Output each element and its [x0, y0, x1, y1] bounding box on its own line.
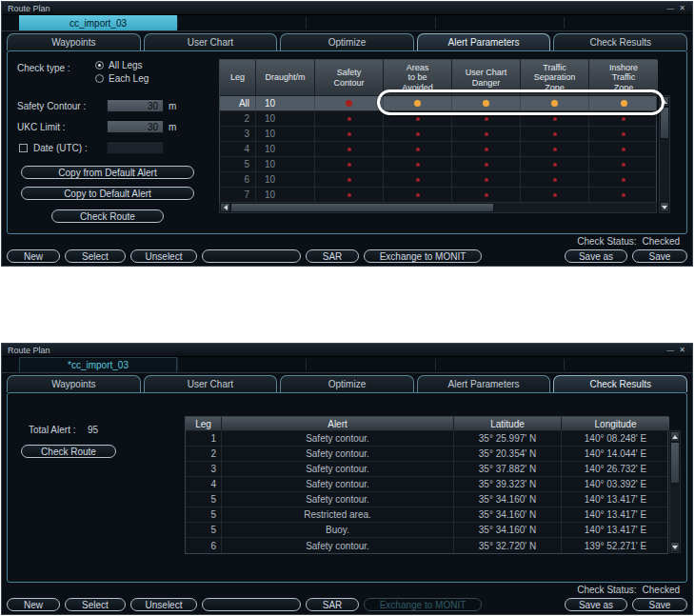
close-icon[interactable]: ✕ [679, 5, 685, 12]
titlebar: Route Plan — ✕ [2, 2, 692, 15]
check-route-button[interactable]: Check Route [51, 209, 164, 223]
column-header: Inshore Traffic Zone [589, 60, 658, 96]
footer-button-bar: New Select Unselect SAR Exchange to MONI… [7, 249, 687, 263]
column-header: Longitude [562, 417, 669, 431]
radio-each-leg[interactable]: Each Leg [95, 73, 149, 84]
check-result-row[interactable]: 3Safety contour.35° 37.882' N140° 26.732… [186, 462, 667, 477]
tab-user-chart[interactable]: User Chart [144, 375, 278, 392]
alert-parameter-row[interactable]: 410 [220, 142, 656, 157]
close-icon[interactable]: ✕ [679, 347, 685, 354]
tab-user-chart[interactable]: User Chart [144, 33, 278, 50]
check-result-row[interactable]: 5Buoy.35° 34.160' N140° 13.417' E [186, 523, 667, 538]
sar-button[interactable]: SAR [306, 249, 359, 263]
scroll-up-button[interactable] [660, 96, 669, 107]
scrollbar-thumb[interactable] [660, 107, 669, 139]
sar-button[interactable]: SAR [306, 598, 359, 611]
tab-optimize[interactable]: Optimize [280, 33, 414, 50]
select-button[interactable]: Select [65, 249, 126, 263]
save-button[interactable]: Save [632, 249, 687, 263]
orange-alert-dot [551, 100, 558, 107]
alert-parameter-row[interactable]: 310 [220, 127, 656, 142]
alert-parameter-row[interactable]: 210 [220, 111, 656, 127]
new-button[interactable]: New [7, 249, 60, 263]
scrollbar-thumb[interactable] [670, 442, 680, 484]
horizontal-scrollbar[interactable] [219, 202, 657, 213]
footer-button-bar: New Select Unselect SAR Exchange to MONI… [7, 598, 687, 611]
minimize-icon[interactable]: — [666, 5, 674, 12]
arrow-up-icon [662, 100, 667, 104]
check-result-row[interactable]: 5Restricted area.35° 34.160' N140° 13.41… [186, 507, 667, 523]
copy-from-default-alert-button[interactable]: Copy from Default Alert [21, 166, 194, 179]
save-as-button[interactable]: Save as [565, 598, 627, 611]
date-utc-input[interactable] [107, 141, 164, 154]
alert-cell: Safety contour. [222, 477, 454, 491]
date-utc-checkbox[interactable] [19, 144, 28, 152]
tab-waypoints[interactable]: Waypoints [7, 375, 141, 392]
check-results-panel: Total Alert : 95 Check Route LegAlertLat… [7, 392, 687, 583]
empty-route-slot [564, 17, 692, 29]
latitude-cell: 35° 20.354' N [454, 447, 562, 461]
alert-parameter-row[interactable]: 610 [220, 172, 656, 188]
red-alert-dot [346, 100, 352, 107]
route-name-tab[interactable]: cc_import_03 [19, 15, 177, 30]
route-name-tab[interactable]: *cc_import_03 [19, 357, 177, 372]
scroll-left-button[interactable] [220, 203, 230, 212]
latitude-cell: 35° 37.882' N [454, 462, 562, 476]
blank-button[interactable] [202, 249, 301, 263]
tab-alert-parameters[interactable]: Alert Parameters [417, 375, 551, 392]
scroll-down-button[interactable] [660, 202, 669, 212]
red-alert-dot [485, 148, 488, 151]
check-status-label: Check Status: [577, 236, 636, 247]
longitude-cell: 139° 52.271' E [562, 538, 669, 553]
tab-check-results[interactable]: Check Results [553, 33, 687, 50]
scroll-up-button[interactable] [670, 431, 680, 442]
radio-selected-icon [95, 61, 104, 70]
alert-dot-cell [589, 157, 658, 171]
alert-parameters-panel: Check type : All Legs Each Leg Safety Co… [7, 50, 687, 234]
check-result-row[interactable]: 1Safety contour.35° 25.997' N140° 08.248… [186, 431, 667, 447]
check-status: Check Status:Checked [577, 585, 680, 595]
orange-alert-dot [483, 100, 489, 107]
exchange-to-monit-button[interactable]: Exchange to MONIT [364, 249, 482, 263]
tab-waypoints[interactable]: Waypoints [7, 33, 141, 50]
save-as-button[interactable]: Save as [565, 249, 627, 263]
empty-route-slot [435, 17, 564, 29]
safety-contour-input[interactable]: 30 [107, 99, 164, 112]
save-button[interactable]: Save [632, 598, 687, 611]
alert-cell: Safety contour. [222, 431, 454, 446]
radio-all-legs[interactable]: All Legs [95, 60, 143, 70]
minimize-icon[interactable]: — [666, 347, 674, 354]
vertical-scrollbar[interactable] [669, 430, 681, 553]
select-button[interactable]: Select [65, 598, 126, 611]
alert-parameter-row[interactable]: 510 [220, 157, 656, 172]
radio-each-leg-label: Each Leg [109, 73, 149, 84]
ukc-limit-input[interactable]: 30 [107, 120, 164, 133]
draught-cell: 10 [256, 188, 315, 202]
unselect-button[interactable]: Unselect [130, 249, 197, 263]
unselect-button[interactable]: Unselect [130, 598, 197, 611]
alert-parameters-table: LegDraught/mSafety ContourAreas to be Av… [219, 59, 657, 203]
scroll-down-button[interactable] [670, 542, 680, 552]
alert-parameter-row[interactable]: 710 [220, 188, 656, 203]
check-result-row[interactable]: 2Safety contour.35° 20.354' N140° 14.044… [186, 447, 667, 462]
alert-dot-cell [452, 157, 521, 171]
scrollbar-thumb[interactable] [230, 203, 494, 212]
leg-cell: 6 [220, 172, 256, 187]
leg-cell: 1 [186, 431, 222, 446]
tab-check-results[interactable]: Check Results [553, 375, 687, 392]
vertical-scrollbar[interactable] [659, 95, 670, 213]
route-plan-window-check-results: Route Plan — ✕ *cc_import_03 Waypoints U… [1, 343, 693, 615]
tab-alert-parameters[interactable]: Alert Parameters [417, 33, 551, 50]
check-result-row[interactable]: 6Safety contour.35° 32.720' N139° 52.271… [186, 538, 667, 553]
copy-to-default-alert-button[interactable]: Copy to Default Alert [21, 187, 194, 200]
new-button[interactable]: New [7, 598, 60, 611]
check-status: Check Status:Checked [577, 236, 680, 247]
blank-button[interactable] [202, 598, 301, 611]
tab-optimize[interactable]: Optimize [280, 375, 414, 392]
check-result-row[interactable]: 5Safety contour.35° 34.160' N140° 13.417… [186, 492, 667, 507]
check-route-button[interactable]: Check Route [21, 445, 116, 458]
alert-parameter-row[interactable]: All10 [220, 96, 656, 111]
alert-dot-cell [589, 127, 658, 141]
alert-dot-cell [589, 188, 658, 202]
check-result-row[interactable]: 4Safety contour.35° 39.323' N140° 03.392… [186, 477, 667, 492]
